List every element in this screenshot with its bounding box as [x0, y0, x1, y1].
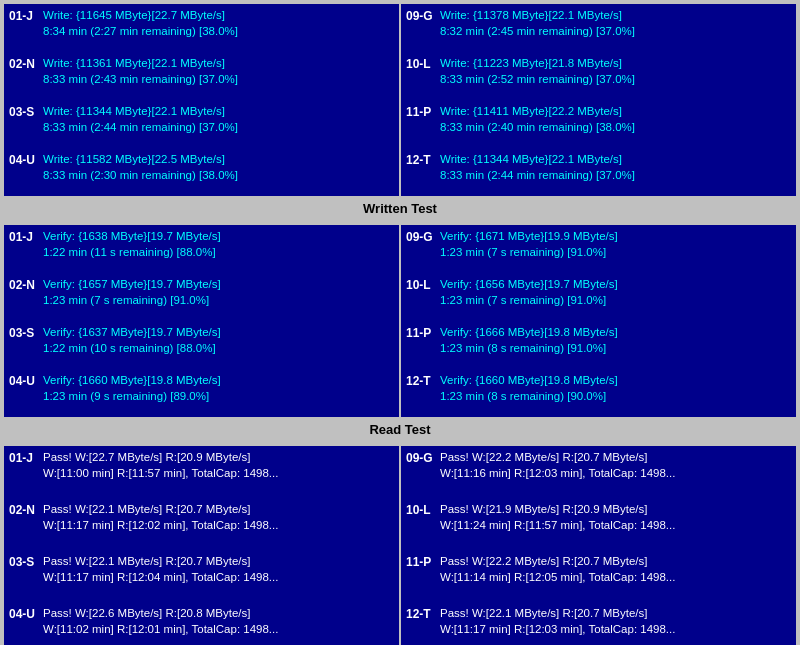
cell-content-11p: Write: {11411 MByte}[22.2 MByte/s] 8:33 …: [440, 103, 791, 135]
verify-label-12t: 12-T: [406, 372, 434, 388]
verify-cell-10l: 10-L Verify: {1656 MByte}[19.7 MByte/s] …: [401, 273, 796, 321]
cell-label-11p: 11-P: [406, 103, 434, 119]
cell-label-10l: 10-L: [406, 55, 434, 71]
read-label-10l: 10-L: [406, 501, 434, 517]
verify-content-12t: Verify: {1660 MByte}[19.8 MByte/s] 1:23 …: [440, 372, 791, 404]
read-left-col: 01-J Pass! W:[22.7 MByte/s] R:[20.9 MByt…: [4, 446, 399, 645]
verify-content-10l: Verify: {1656 MByte}[19.7 MByte/s] 1:23 …: [440, 276, 791, 308]
cell-label-02n: 02-N: [9, 55, 37, 71]
read-cell-03s: 03-S Pass! W:[22.1 MByte/s] R:[20.7 MByt…: [4, 550, 399, 602]
read-cell-02n: 02-N Pass! W:[22.1 MByte/s] R:[20.7 MByt…: [4, 498, 399, 550]
read-cell-10l: 10-L Pass! W:[21.9 MByte/s] R:[20.9 MByt…: [401, 498, 796, 550]
write-grid: 01-J Write: {11645 MByte}[22.7 MByte/s] …: [4, 4, 796, 196]
cell-content-09g: Write: {11378 MByte}[22.1 MByte/s] 8:32 …: [440, 7, 791, 39]
read-content-12t: Pass! W:[22.1 MByte/s] R:[20.7 MByte/s] …: [440, 605, 791, 637]
write-cell-01j: 01-J Write: {11645 MByte}[22.7 MByte/s] …: [4, 4, 399, 52]
verify-label-04u: 04-U: [9, 372, 37, 388]
verify-cell-03s: 03-S Verify: {1637 MByte}[19.7 MByte/s] …: [4, 321, 399, 369]
write-cell-11p: 11-P Write: {11411 MByte}[22.2 MByte/s] …: [401, 100, 796, 148]
read-right-col: 09-G Pass! W:[22.2 MByte/s] R:[20.7 MByt…: [401, 446, 796, 645]
verify-left-col: 01-J Verify: {1638 MByte}[19.7 MByte/s] …: [4, 225, 399, 417]
verify-label-09g: 09-G: [406, 228, 434, 244]
read-content-02n: Pass! W:[22.1 MByte/s] R:[20.7 MByte/s] …: [43, 501, 394, 533]
read-label-12t: 12-T: [406, 605, 434, 621]
write-cell-10l: 10-L Write: {11223 MByte}[21.8 MByte/s] …: [401, 52, 796, 100]
read-content-09g: Pass! W:[22.2 MByte/s] R:[20.7 MByte/s] …: [440, 449, 791, 481]
verify-cell-01j: 01-J Verify: {1638 MByte}[19.7 MByte/s] …: [4, 225, 399, 273]
cell-content-04u: Write: {11582 MByte}[22.5 MByte/s] 8:33 …: [43, 151, 394, 183]
verify-content-04u: Verify: {1660 MByte}[19.8 MByte/s] 1:23 …: [43, 372, 394, 404]
verify-section: 01-J Verify: {1638 MByte}[19.7 MByte/s] …: [4, 225, 796, 442]
verify-label-11p: 11-P: [406, 324, 434, 340]
verify-label-10l: 10-L: [406, 276, 434, 292]
read-label-09g: 09-G: [406, 449, 434, 465]
read-cell-09g: 09-G Pass! W:[22.2 MByte/s] R:[20.7 MByt…: [401, 446, 796, 498]
verify-label-03s: 03-S: [9, 324, 37, 340]
write-cell-09g: 09-G Write: {11378 MByte}[22.1 MByte/s] …: [401, 4, 796, 52]
cell-content-02n: Write: {11361 MByte}[22.1 MByte/s] 8:33 …: [43, 55, 394, 87]
cell-content-12t: Write: {11344 MByte}[22.1 MByte/s] 8:33 …: [440, 151, 791, 183]
cell-label-09g: 09-G: [406, 7, 434, 23]
read-content-03s: Pass! W:[22.1 MByte/s] R:[20.7 MByte/s] …: [43, 553, 394, 585]
verify-right-col: 09-G Verify: {1671 MByte}[19.9 MByte/s] …: [401, 225, 796, 417]
read-content-10l: Pass! W:[21.9 MByte/s] R:[20.9 MByte/s] …: [440, 501, 791, 533]
main-container: 01-J Write: {11645 MByte}[22.7 MByte/s] …: [0, 0, 800, 645]
verify-cell-02n: 02-N Verify: {1657 MByte}[19.7 MByte/s] …: [4, 273, 399, 321]
cell-content-01j: Write: {11645 MByte}[22.7 MByte/s] 8:34 …: [43, 7, 394, 39]
cell-content-03s: Write: {11344 MByte}[22.1 MByte/s] 8:33 …: [43, 103, 394, 135]
read-content-11p: Pass! W:[22.2 MByte/s] R:[20.7 MByte/s] …: [440, 553, 791, 585]
cell-label-12t: 12-T: [406, 151, 434, 167]
cell-label-01j: 01-J: [9, 7, 37, 23]
write-left-col: 01-J Write: {11645 MByte}[22.7 MByte/s] …: [4, 4, 399, 196]
read-test-header: Read Test: [4, 417, 796, 442]
read-label-02n: 02-N: [9, 501, 37, 517]
write-cell-02n: 02-N Write: {11361 MByte}[22.1 MByte/s] …: [4, 52, 399, 100]
cell-content-10l: Write: {11223 MByte}[21.8 MByte/s] 8:33 …: [440, 55, 791, 87]
read-label-04u: 04-U: [9, 605, 37, 621]
verify-content-03s: Verify: {1637 MByte}[19.7 MByte/s] 1:22 …: [43, 324, 394, 356]
verify-content-11p: Verify: {1666 MByte}[19.8 MByte/s] 1:23 …: [440, 324, 791, 356]
verify-label-02n: 02-N: [9, 276, 37, 292]
write-section: 01-J Write: {11645 MByte}[22.7 MByte/s] …: [4, 4, 796, 221]
write-cell-12t: 12-T Write: {11344 MByte}[22.1 MByte/s] …: [401, 148, 796, 196]
read-label-01j: 01-J: [9, 449, 37, 465]
verify-cell-12t: 12-T Verify: {1660 MByte}[19.8 MByte/s] …: [401, 369, 796, 417]
cell-label-03s: 03-S: [9, 103, 37, 119]
verify-cell-09g: 09-G Verify: {1671 MByte}[19.9 MByte/s] …: [401, 225, 796, 273]
read-cell-12t: 12-T Pass! W:[22.1 MByte/s] R:[20.7 MByt…: [401, 602, 796, 645]
verify-content-01j: Verify: {1638 MByte}[19.7 MByte/s] 1:22 …: [43, 228, 394, 260]
read-label-03s: 03-S: [9, 553, 37, 569]
verify-content-09g: Verify: {1671 MByte}[19.9 MByte/s] 1:23 …: [440, 228, 791, 260]
verify-cell-11p: 11-P Verify: {1666 MByte}[19.8 MByte/s] …: [401, 321, 796, 369]
write-cell-03s: 03-S Write: {11344 MByte}[22.1 MByte/s] …: [4, 100, 399, 148]
read-cell-04u: 04-U Pass! W:[22.6 MByte/s] R:[20.8 MByt…: [4, 602, 399, 645]
verify-label-01j: 01-J: [9, 228, 37, 244]
cell-label-04u: 04-U: [9, 151, 37, 167]
read-cell-01j: 01-J Pass! W:[22.7 MByte/s] R:[20.9 MByt…: [4, 446, 399, 498]
read-grid: 01-J Pass! W:[22.7 MByte/s] R:[20.9 MByt…: [4, 446, 796, 645]
write-right-col: 09-G Write: {11378 MByte}[22.1 MByte/s] …: [401, 4, 796, 196]
verify-cell-04u: 04-U Verify: {1660 MByte}[19.8 MByte/s] …: [4, 369, 399, 417]
write-cell-04u: 04-U Write: {11582 MByte}[22.5 MByte/s] …: [4, 148, 399, 196]
verify-content-02n: Verify: {1657 MByte}[19.7 MByte/s] 1:23 …: [43, 276, 394, 308]
read-label-11p: 11-P: [406, 553, 434, 569]
read-section: 01-J Pass! W:[22.7 MByte/s] R:[20.9 MByt…: [4, 446, 796, 645]
read-content-01j: Pass! W:[22.7 MByte/s] R:[20.9 MByte/s] …: [43, 449, 394, 481]
written-test-header: Written Test: [4, 196, 796, 221]
verify-grid: 01-J Verify: {1638 MByte}[19.7 MByte/s] …: [4, 225, 796, 417]
read-cell-11p: 11-P Pass! W:[22.2 MByte/s] R:[20.7 MByt…: [401, 550, 796, 602]
read-content-04u: Pass! W:[22.6 MByte/s] R:[20.8 MByte/s] …: [43, 605, 394, 637]
